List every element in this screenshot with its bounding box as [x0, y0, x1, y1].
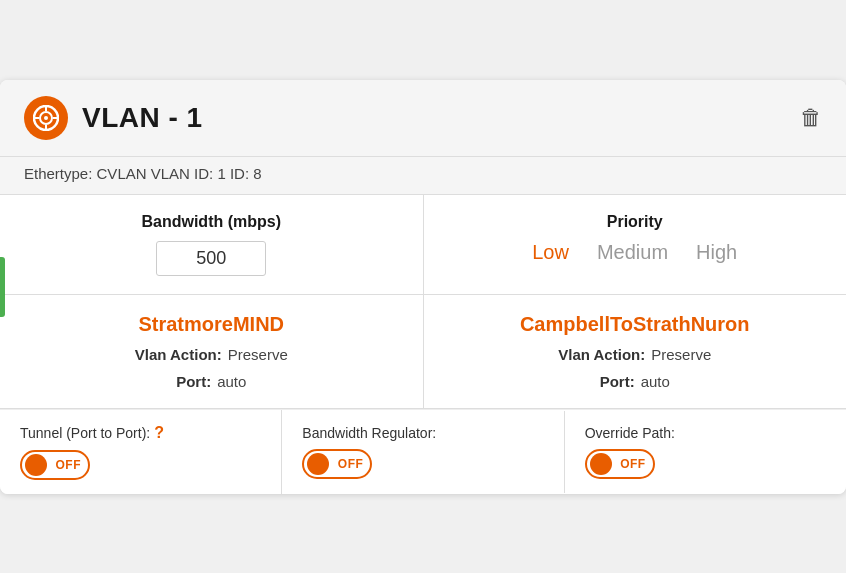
tunnel-toggle[interactable]: OFF [20, 450, 90, 480]
bandwidth-regulator-label-text: Bandwidth Regulator: [302, 425, 436, 441]
bw-priority-row: Bandwidth (mbps) Priority Low Medium Hig… [0, 195, 846, 295]
card-header: VLAN - 1 🗑 [0, 80, 846, 157]
bandwidth-regulator-toggle[interactable]: OFF [302, 449, 372, 479]
delete-button[interactable]: 🗑 [800, 105, 822, 131]
brand-logo-icon [33, 105, 59, 131]
node-section-right: CampbellToStrathNuron Vlan Action: Prese… [424, 295, 847, 408]
tunnel-label-text: Tunnel (Port to Port): [20, 425, 150, 441]
priority-section: Priority Low Medium High [424, 195, 847, 294]
priority-medium[interactable]: Medium [597, 241, 668, 264]
port-label-left: Port: [176, 373, 211, 390]
svg-point-2 [44, 116, 48, 120]
question-icon[interactable]: ? [154, 424, 164, 442]
tunnel-toggle-knob [25, 454, 47, 476]
page-title: VLAN - 1 [82, 102, 203, 134]
override-path-label: Override Path: [585, 425, 675, 441]
port-label-right: Port: [600, 373, 635, 390]
node-vlan-action-left: Vlan Action: Preserve [135, 346, 288, 363]
node-section-left: StratmoreMIND Vlan Action: Preserve Port… [0, 295, 424, 408]
port-value-left: auto [217, 373, 246, 390]
bandwidth-input[interactable] [156, 241, 266, 276]
priority-high[interactable]: High [696, 241, 737, 264]
tunnel-section: Tunnel (Port to Port): ? OFF [0, 410, 282, 494]
bandwidth-regulator-section: Bandwidth Regulator: OFF [282, 411, 564, 493]
tunnel-label: Tunnel (Port to Port): ? [20, 424, 164, 442]
bandwidth-regulator-toggle-label: OFF [338, 457, 364, 471]
brand-logo [24, 96, 68, 140]
override-path-label-text: Override Path: [585, 425, 675, 441]
vlan-action-value-left: Preserve [228, 346, 288, 363]
subtitle-row: Ethertype: CVLAN VLAN ID: 1 ID: 8 [0, 157, 846, 195]
nodes-row: StratmoreMIND Vlan Action: Preserve Port… [0, 295, 846, 409]
node-port-left: Port: auto [176, 373, 246, 390]
priority-label: Priority [607, 213, 663, 231]
node-name-left[interactable]: StratmoreMIND [138, 313, 284, 336]
vlan-action-label-right: Vlan Action: [558, 346, 645, 363]
bottom-row: Tunnel (Port to Port): ? OFF Bandwidth R… [0, 409, 846, 494]
override-path-toggle-container: OFF [585, 449, 655, 479]
bandwidth-section: Bandwidth (mbps) [0, 195, 424, 294]
bandwidth-label: Bandwidth (mbps) [141, 213, 281, 231]
vlan-action-value-right: Preserve [651, 346, 711, 363]
priority-options: Low Medium High [532, 241, 737, 264]
node-name-right[interactable]: CampbellToStrathNuron [520, 313, 750, 336]
bandwidth-regulator-toggle-container: OFF [302, 449, 372, 479]
override-path-toggle[interactable]: OFF [585, 449, 655, 479]
override-path-toggle-knob [590, 453, 612, 475]
bandwidth-regulator-label: Bandwidth Regulator: [302, 425, 436, 441]
override-path-toggle-label: OFF [620, 457, 646, 471]
header-left: VLAN - 1 [24, 96, 203, 140]
bandwidth-regulator-toggle-knob [307, 453, 329, 475]
priority-low[interactable]: Low [532, 241, 569, 264]
node-port-right: Port: auto [600, 373, 670, 390]
tunnel-toggle-container: OFF [20, 450, 90, 480]
vlan-card: VLAN - 1 🗑 Ethertype: CVLAN VLAN ID: 1 I… [0, 80, 846, 494]
tunnel-toggle-label: OFF [56, 458, 82, 472]
override-path-section: Override Path: OFF [565, 411, 846, 493]
node-vlan-action-right: Vlan Action: Preserve [558, 346, 711, 363]
accent-bar [0, 257, 5, 317]
subtitle-text: Ethertype: CVLAN VLAN ID: 1 ID: 8 [24, 165, 262, 182]
vlan-action-label-left: Vlan Action: [135, 346, 222, 363]
port-value-right: auto [641, 373, 670, 390]
